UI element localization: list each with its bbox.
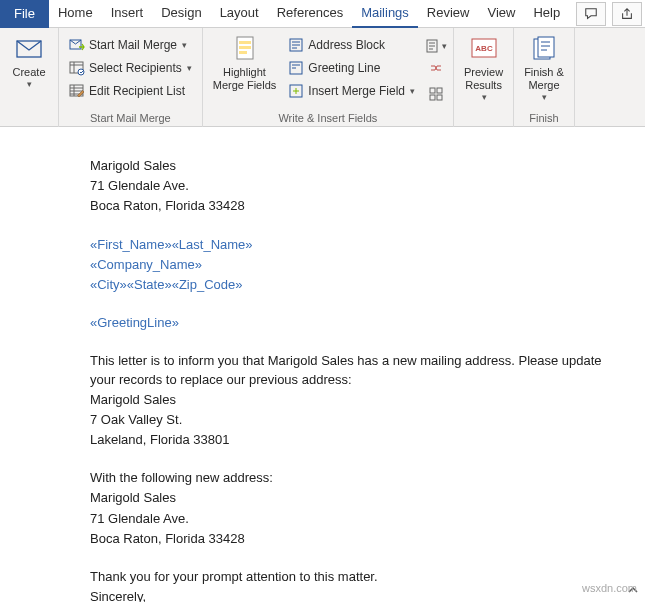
edit-list-icon	[69, 83, 85, 99]
svg-rect-20	[538, 37, 554, 57]
preview-icon: ABC	[469, 35, 499, 63]
group-preview: ABC Preview Results ▾	[454, 28, 514, 127]
merge-city-line: «City»«State»«Zip_Code»	[90, 276, 645, 294]
chevron-down-icon: ▾	[410, 86, 415, 96]
highlight-merge-label: Highlight Merge Fields	[213, 66, 277, 92]
new-address: Marigold Sales 71 Glendale Ave. Boca Rat…	[90, 489, 645, 548]
match-fields-button[interactable]	[425, 59, 447, 81]
select-recipients-button[interactable]: Select Recipients ▾	[65, 57, 196, 79]
greeting-block: «GreetingLine»	[90, 314, 645, 332]
tab-insert[interactable]: Insert	[102, 0, 153, 28]
with-following-line: With the following new address:	[90, 469, 645, 487]
comments-button[interactable]	[576, 2, 606, 26]
ribbon-actions	[573, 0, 645, 28]
highlight-merge-fields-button[interactable]: Highlight Merge Fields	[209, 32, 281, 92]
preview-results-button[interactable]: ABC Preview Results ▾	[460, 32, 507, 102]
svg-rect-6	[239, 41, 251, 44]
tab-mailings[interactable]: Mailings	[352, 0, 418, 28]
sender-name: Marigold Sales	[90, 157, 645, 175]
tab-help[interactable]: Help	[524, 0, 569, 28]
address-block-icon	[288, 37, 304, 53]
merge-greeting-line: «GreetingLine»	[90, 314, 645, 332]
update-labels-button[interactable]	[425, 83, 447, 105]
svg-point-3	[78, 69, 84, 75]
greeting-icon	[288, 60, 304, 76]
thank-you-line: Thank you for your prompt attention to t…	[90, 568, 645, 586]
recipient-merge-fields: «First_Name»«Last_Name» «Company_Name» «…	[90, 236, 645, 295]
preview-label: Preview Results	[464, 66, 503, 92]
greeting-line-label: Greeting Line	[308, 61, 380, 75]
match-icon	[428, 62, 444, 78]
finish-icon	[529, 35, 559, 63]
edit-recipient-list-label: Edit Recipient List	[89, 84, 185, 98]
old-name: Marigold Sales	[90, 391, 645, 409]
rules-button[interactable]: ▾	[425, 35, 447, 57]
address-block-label: Address Block	[308, 38, 385, 52]
tab-references[interactable]: References	[268, 0, 352, 28]
envelope-icon	[14, 35, 44, 63]
old-address: Marigold Sales 7 Oak Valley St. Lakeland…	[90, 391, 645, 450]
recipients-icon	[69, 60, 85, 76]
group-write-label: Write & Insert Fields	[278, 110, 377, 125]
sender-address: Marigold Sales 71 Glendale Ave. Boca Rat…	[90, 157, 645, 216]
tab-view[interactable]: View	[478, 0, 524, 28]
share-button[interactable]	[612, 2, 642, 26]
rules-icon	[425, 38, 441, 54]
chevron-down-icon: ▾	[187, 63, 192, 73]
finish-label: Finish & Merge	[524, 66, 564, 92]
group-finish-label: Finish	[529, 110, 558, 125]
sender-cityline: Boca Raton, Florida 33428	[90, 197, 645, 215]
start-mail-merge-button[interactable]: Start Mail Merge ▾	[65, 34, 196, 56]
highlight-icon	[230, 35, 260, 63]
svg-rect-8	[239, 51, 247, 54]
insert-merge-field-button[interactable]: Insert Merge Field ▾	[284, 80, 419, 102]
group-start-mail-merge: Start Mail Merge ▾ Select Recipients ▾ E…	[59, 28, 203, 127]
share-icon	[620, 7, 634, 21]
chevron-down-icon: ▾	[442, 41, 447, 51]
old-street: 7 Oak Valley St.	[90, 411, 645, 429]
svg-rect-13	[430, 88, 435, 93]
watermark: wsxdn.com	[582, 582, 637, 594]
merge-company-line: «Company_Name»	[90, 256, 645, 274]
tab-review[interactable]: Review	[418, 0, 479, 28]
old-cityline: Lakeland, Florida 33801	[90, 431, 645, 449]
ribbon: Create ▾ Start Mail Merge ▾ Select Recip…	[0, 28, 645, 127]
group-start-label: Start Mail Merge	[90, 110, 171, 125]
finish-merge-button[interactable]: Finish & Merge ▾	[520, 32, 568, 102]
svg-text:ABC: ABC	[475, 44, 493, 53]
group-write-insert: Highlight Merge Fields Address Block Gre…	[203, 28, 454, 127]
document-area[interactable]: Marigold Sales 71 Glendale Ave. Boca Rat…	[0, 127, 645, 602]
sincerely-line: Sincerely,	[90, 588, 645, 602]
ribbon-tabs: File Home Insert Design Layout Reference…	[0, 0, 645, 28]
tab-design[interactable]: Design	[152, 0, 210, 28]
comment-icon	[584, 7, 598, 21]
chevron-down-icon: ▾	[27, 79, 32, 89]
tab-file[interactable]: File	[0, 0, 49, 28]
tab-layout[interactable]: Layout	[211, 0, 268, 28]
body-paragraph-1: This letter is to inform you that Marigo…	[90, 352, 620, 388]
new-street: 71 Glendale Ave.	[90, 510, 645, 528]
insert-field-icon	[288, 83, 304, 99]
greeting-line-button[interactable]: Greeting Line	[284, 57, 419, 79]
svg-rect-14	[437, 88, 442, 93]
create-label: Create	[12, 66, 45, 79]
update-icon	[428, 86, 444, 102]
sender-street: 71 Glendale Ave.	[90, 177, 645, 195]
create-button[interactable]: Create ▾	[6, 32, 52, 89]
group-finish: Finish & Merge ▾ Finish	[514, 28, 575, 127]
select-recipients-label: Select Recipients	[89, 61, 182, 75]
new-name: Marigold Sales	[90, 489, 645, 507]
svg-rect-16	[437, 95, 442, 100]
svg-rect-7	[239, 46, 251, 49]
edit-recipient-list-button[interactable]: Edit Recipient List	[65, 80, 196, 102]
group-create: Create ▾	[0, 28, 59, 127]
tab-home[interactable]: Home	[49, 0, 102, 28]
new-cityline: Boca Raton, Florida 33428	[90, 530, 645, 548]
chevron-down-icon: ▾	[182, 40, 187, 50]
insert-merge-field-label: Insert Merge Field	[308, 84, 405, 98]
merge-name-line: «First_Name»«Last_Name»	[90, 236, 645, 254]
chevron-down-icon: ▾	[482, 92, 487, 102]
address-block-button[interactable]: Address Block	[284, 34, 419, 56]
start-mail-merge-label: Start Mail Merge	[89, 38, 177, 52]
svg-rect-15	[430, 95, 435, 100]
